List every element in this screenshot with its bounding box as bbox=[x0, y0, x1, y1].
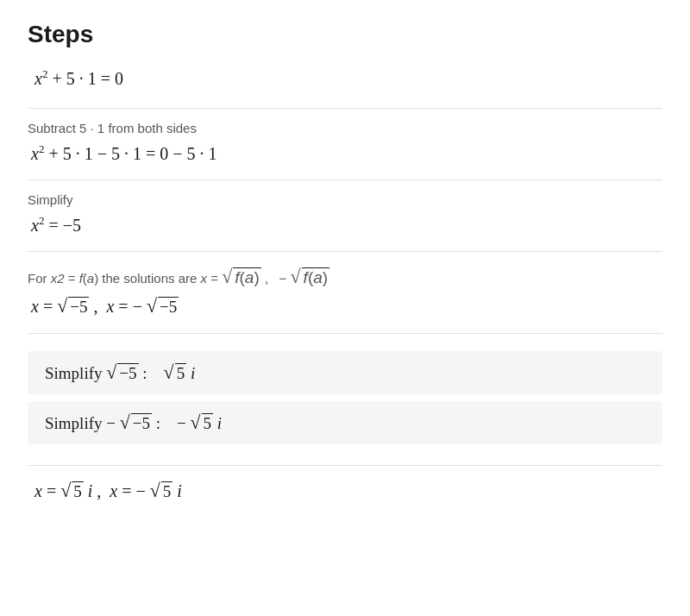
initial-equation: x2 + 5 · 1 = 0 bbox=[31, 69, 662, 89]
simplify-box-2-content: Simplify − √−5 : − √5 i bbox=[41, 412, 649, 434]
solutions-equation: x = √−5 , x = − √−5 bbox=[28, 295, 662, 317]
simplify1-equation: x2 = −5 bbox=[28, 216, 662, 236]
page-title: Steps bbox=[28, 21, 662, 48]
subtract-label: Subtract 5 · 1 from both sides bbox=[28, 121, 662, 135]
simplify-box-2: Simplify − √−5 : − √5 i bbox=[28, 401, 662, 444]
solutions-explanation: For x2 = f(a) the solutions are x = √f(a… bbox=[28, 266, 662, 288]
simplify-box-1-content: Simplify √−5 : √5 i bbox=[41, 361, 649, 384]
step-simplify1: Simplify x2 = −5 bbox=[28, 179, 662, 251]
step-subtract: Subtract 5 · 1 from both sides x2 + 5 · … bbox=[28, 108, 662, 179]
final-answer-block: x = √5 i , x = − √5 i bbox=[28, 465, 662, 516]
initial-equation-block: x2 + 5 · 1 = 0 bbox=[28, 62, 662, 108]
simplify-box-1: Simplify √−5 : √5 i bbox=[28, 351, 662, 394]
simplify1-label: Simplify bbox=[28, 192, 662, 207]
final-answer: x = √5 i , x = − √5 i bbox=[31, 480, 662, 502]
step-solutions: For x2 = f(a) the solutions are x = √f(a… bbox=[28, 251, 662, 333]
subtract-equation: x2 + 5 · 1 − 5 · 1 = 0 − 5 · 1 bbox=[28, 144, 662, 164]
simplify-boxes-section: Simplify √−5 : √5 i Simplify − √−5 : − √… bbox=[28, 333, 662, 458]
